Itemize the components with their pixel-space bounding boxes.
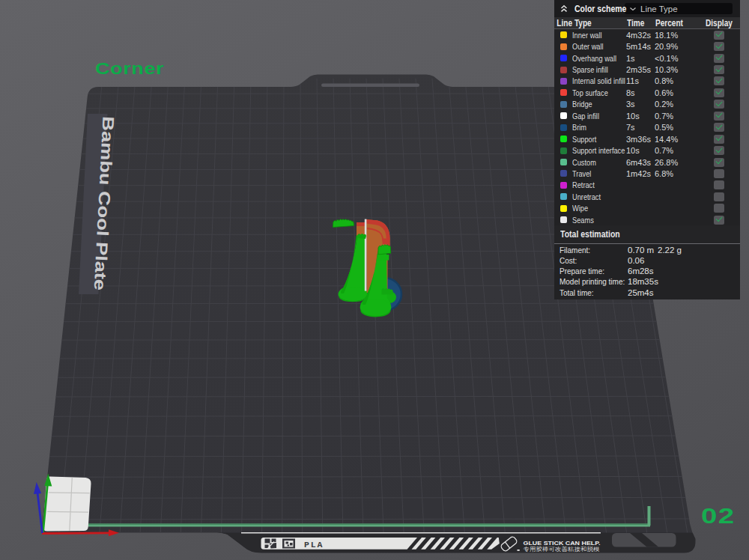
svg-text:专用胶棒可改善粘接和脱模: 专用胶棒可改善粘接和脱模 — [524, 546, 601, 553]
svg-text:PLA: PLA — [304, 540, 324, 550]
